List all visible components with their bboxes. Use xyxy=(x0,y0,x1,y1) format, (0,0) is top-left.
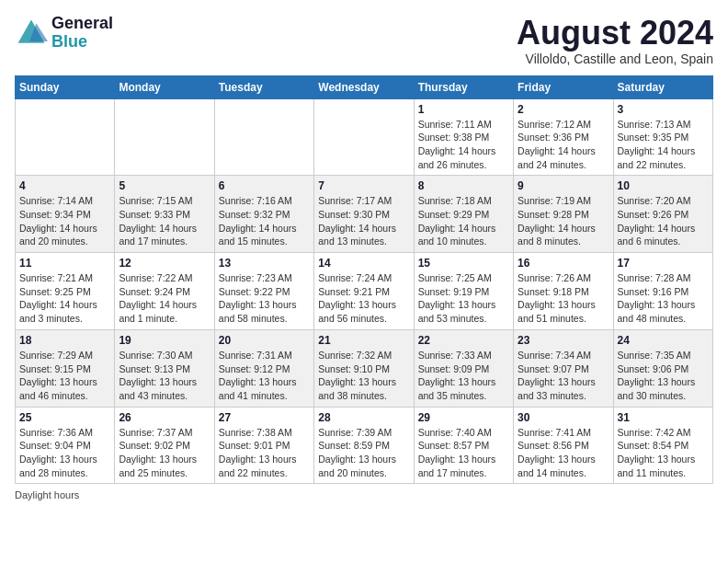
day-number: 29 xyxy=(418,411,509,424)
day-info: Sunrise: 7:42 AM Sunset: 8:54 PM Dayligh… xyxy=(618,426,709,480)
calendar-cell: 6Sunrise: 7:16 AM Sunset: 9:32 PM Daylig… xyxy=(214,176,313,253)
day-number: 17 xyxy=(618,257,709,270)
day-number: 13 xyxy=(219,257,310,270)
calendar-week-row: 1Sunrise: 7:11 AM Sunset: 9:38 PM Daylig… xyxy=(16,98,713,176)
weekday-header-wednesday: Wednesday xyxy=(314,75,414,98)
calendar-cell: 27Sunrise: 7:38 AM Sunset: 9:01 PM Dayli… xyxy=(214,407,313,484)
day-number: 16 xyxy=(518,257,609,270)
calendar-week-row: 11Sunrise: 7:21 AM Sunset: 9:25 PM Dayli… xyxy=(16,253,713,330)
location-subtitle: Villoldo, Castille and Leon, Spain xyxy=(517,52,713,66)
day-number: 22 xyxy=(418,334,509,347)
day-info: Sunrise: 7:31 AM Sunset: 9:12 PM Dayligh… xyxy=(219,349,310,403)
day-info: Sunrise: 7:17 AM Sunset: 9:30 PM Dayligh… xyxy=(318,194,409,248)
calendar-cell: 2Sunrise: 7:12 AM Sunset: 9:36 PM Daylig… xyxy=(514,98,613,176)
day-info: Sunrise: 7:18 AM Sunset: 9:29 PM Dayligh… xyxy=(418,194,509,248)
day-info: Sunrise: 7:23 AM Sunset: 9:22 PM Dayligh… xyxy=(219,271,310,326)
calendar-cell: 28Sunrise: 7:39 AM Sunset: 8:59 PM Dayli… xyxy=(314,407,414,484)
calendar-cell: 11Sunrise: 7:21 AM Sunset: 9:25 PM Dayli… xyxy=(16,253,115,330)
day-number: 1 xyxy=(418,103,509,116)
day-number: 5 xyxy=(119,179,210,192)
day-info: Sunrise: 7:29 AM Sunset: 9:15 PM Dayligh… xyxy=(19,349,110,403)
day-info: Sunrise: 7:38 AM Sunset: 9:01 PM Dayligh… xyxy=(219,426,310,480)
day-info: Sunrise: 7:36 AM Sunset: 9:04 PM Dayligh… xyxy=(19,426,110,480)
day-number: 7 xyxy=(318,179,409,192)
day-info: Sunrise: 7:15 AM Sunset: 9:33 PM Dayligh… xyxy=(119,194,210,248)
calendar-header: SundayMondayTuesdayWednesdayThursdayFrid… xyxy=(16,75,713,98)
weekday-header-sunday: Sunday xyxy=(16,75,115,98)
day-number: 4 xyxy=(19,179,110,192)
daylight-hours-label: Daylight hours xyxy=(15,489,79,500)
calendar-cell: 19Sunrise: 7:30 AM Sunset: 9:13 PM Dayli… xyxy=(115,329,214,407)
calendar-footer: Daylight hours xyxy=(15,489,713,500)
calendar-cell: 15Sunrise: 7:25 AM Sunset: 9:19 PM Dayli… xyxy=(414,253,513,330)
day-info: Sunrise: 7:13 AM Sunset: 9:35 PM Dayligh… xyxy=(618,118,709,172)
day-info: Sunrise: 7:34 AM Sunset: 9:07 PM Dayligh… xyxy=(518,349,609,403)
day-number: 10 xyxy=(618,179,709,192)
weekday-header-friday: Friday xyxy=(514,75,613,98)
weekday-header-thursday: Thursday xyxy=(414,75,513,98)
calendar-cell xyxy=(314,98,414,176)
day-info: Sunrise: 7:32 AM Sunset: 9:10 PM Dayligh… xyxy=(318,349,409,403)
calendar-cell: 23Sunrise: 7:34 AM Sunset: 9:07 PM Dayli… xyxy=(514,329,613,407)
calendar-cell: 10Sunrise: 7:20 AM Sunset: 9:26 PM Dayli… xyxy=(613,176,712,253)
day-number: 8 xyxy=(418,179,509,192)
day-info: Sunrise: 7:30 AM Sunset: 9:13 PM Dayligh… xyxy=(119,349,210,403)
calendar-cell: 5Sunrise: 7:15 AM Sunset: 9:33 PM Daylig… xyxy=(115,176,214,253)
title-block: August 2024 Villoldo, Castille and Leon,… xyxy=(517,15,713,66)
day-info: Sunrise: 7:16 AM Sunset: 9:32 PM Dayligh… xyxy=(219,194,310,248)
calendar-cell: 22Sunrise: 7:33 AM Sunset: 9:09 PM Dayli… xyxy=(414,329,513,407)
day-number: 19 xyxy=(119,334,210,347)
day-info: Sunrise: 7:33 AM Sunset: 9:09 PM Dayligh… xyxy=(418,349,509,403)
logo-icon xyxy=(15,17,48,50)
day-number: 28 xyxy=(318,411,409,424)
day-number: 30 xyxy=(518,411,609,424)
calendar-cell: 17Sunrise: 7:28 AM Sunset: 9:16 PM Dayli… xyxy=(613,253,712,330)
day-number: 26 xyxy=(119,411,210,424)
day-info: Sunrise: 7:21 AM Sunset: 9:25 PM Dayligh… xyxy=(19,271,110,326)
day-info: Sunrise: 7:14 AM Sunset: 9:34 PM Dayligh… xyxy=(19,194,110,248)
day-number: 11 xyxy=(19,257,110,270)
calendar-cell xyxy=(16,98,115,176)
calendar-cell: 4Sunrise: 7:14 AM Sunset: 9:34 PM Daylig… xyxy=(16,176,115,253)
month-title: August 2024 xyxy=(517,15,713,52)
calendar-cell: 31Sunrise: 7:42 AM Sunset: 8:54 PM Dayli… xyxy=(613,407,712,484)
calendar-cell: 18Sunrise: 7:29 AM Sunset: 9:15 PM Dayli… xyxy=(16,329,115,407)
day-info: Sunrise: 7:40 AM Sunset: 8:57 PM Dayligh… xyxy=(418,426,509,480)
weekday-header-tuesday: Tuesday xyxy=(214,75,313,98)
day-number: 18 xyxy=(19,334,110,347)
day-info: Sunrise: 7:22 AM Sunset: 9:24 PM Dayligh… xyxy=(119,271,210,326)
weekday-header-monday: Monday xyxy=(115,75,214,98)
day-info: Sunrise: 7:24 AM Sunset: 9:21 PM Dayligh… xyxy=(318,271,409,326)
page-header: General Blue August 2024 Villoldo, Casti… xyxy=(15,15,713,66)
logo-text: General Blue xyxy=(51,15,113,52)
calendar-cell: 8Sunrise: 7:18 AM Sunset: 9:29 PM Daylig… xyxy=(414,176,513,253)
calendar-cell: 12Sunrise: 7:22 AM Sunset: 9:24 PM Dayli… xyxy=(115,253,214,330)
calendar-week-row: 4Sunrise: 7:14 AM Sunset: 9:34 PM Daylig… xyxy=(16,176,713,253)
calendar-cell: 7Sunrise: 7:17 AM Sunset: 9:30 PM Daylig… xyxy=(314,176,414,253)
day-number: 12 xyxy=(119,257,210,270)
calendar-table: SundayMondayTuesdayWednesdayThursdayFrid… xyxy=(15,75,713,485)
day-info: Sunrise: 7:11 AM Sunset: 9:38 PM Dayligh… xyxy=(418,118,509,172)
logo: General Blue xyxy=(15,15,113,52)
day-number: 25 xyxy=(19,411,110,424)
day-number: 31 xyxy=(618,411,709,424)
calendar-cell: 24Sunrise: 7:35 AM Sunset: 9:06 PM Dayli… xyxy=(613,329,712,407)
weekday-header-row: SundayMondayTuesdayWednesdayThursdayFrid… xyxy=(16,75,713,98)
calendar-cell: 26Sunrise: 7:37 AM Sunset: 9:02 PM Dayli… xyxy=(115,407,214,484)
day-number: 3 xyxy=(618,103,709,116)
day-number: 2 xyxy=(518,103,609,116)
day-info: Sunrise: 7:12 AM Sunset: 9:36 PM Dayligh… xyxy=(518,118,609,172)
calendar-cell: 25Sunrise: 7:36 AM Sunset: 9:04 PM Dayli… xyxy=(16,407,115,484)
calendar-cell: 13Sunrise: 7:23 AM Sunset: 9:22 PM Dayli… xyxy=(214,253,313,330)
calendar-cell: 3Sunrise: 7:13 AM Sunset: 9:35 PM Daylig… xyxy=(613,98,712,176)
day-info: Sunrise: 7:19 AM Sunset: 9:28 PM Dayligh… xyxy=(518,194,609,248)
day-info: Sunrise: 7:25 AM Sunset: 9:19 PM Dayligh… xyxy=(418,271,509,326)
calendar-cell xyxy=(115,98,214,176)
day-number: 24 xyxy=(618,334,709,347)
day-info: Sunrise: 7:37 AM Sunset: 9:02 PM Dayligh… xyxy=(119,426,210,480)
calendar-cell: 16Sunrise: 7:26 AM Sunset: 9:18 PM Dayli… xyxy=(514,253,613,330)
logo-line2: Blue xyxy=(51,33,113,52)
logo-line1: General xyxy=(51,15,113,33)
day-info: Sunrise: 7:35 AM Sunset: 9:06 PM Dayligh… xyxy=(618,349,709,403)
day-number: 21 xyxy=(318,334,409,347)
